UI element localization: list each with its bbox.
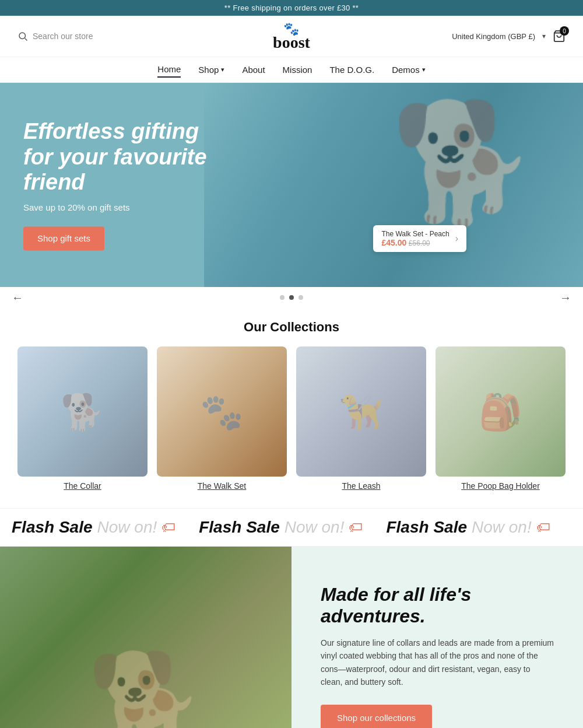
logo-name: boost: [273, 33, 310, 51]
header: Search our store 🐾 boost United Kingdom …: [0, 16, 583, 57]
collection-img-walkset: [157, 346, 287, 477]
flash-sale-banner: Flash Sale Now on! 🏷 Flash Sale Now on! …: [0, 508, 583, 547]
collection-label-poopbag[interactable]: The Poop Bag Holder: [461, 481, 540, 491]
collection-label-leash[interactable]: The Leash: [342, 481, 380, 491]
adventures-title: Made for all life's adventures.: [321, 584, 554, 627]
collection-label-walkset[interactable]: The Walk Set: [198, 481, 247, 491]
collection-item-leash[interactable]: The Leash: [296, 346, 426, 491]
adventures-section: Made for all life's adventures. Our sign…: [0, 547, 583, 728]
carousel-dot-1[interactable]: [280, 295, 285, 300]
banner-text: ** Free shipping on orders over £30 **: [224, 4, 359, 12]
hero-dog-image: [204, 83, 583, 287]
flash-sale-bold-3: Flash Sale: [386, 518, 467, 537]
demos-chevron-icon: ▾: [422, 66, 426, 74]
hero-content: Effortless gifting for your favourite fr…: [23, 119, 227, 250]
region-selector[interactable]: United Kingdom (GBP £): [452, 32, 535, 41]
adventures-image: [0, 547, 292, 728]
carousel-dots: [280, 295, 303, 300]
adventures-text: Our signature line of collars and leads …: [321, 636, 554, 689]
svg-line-1: [25, 38, 27, 41]
header-search-area: Search our store: [17, 31, 200, 41]
flash-sale-light-3: Now on!: [472, 518, 532, 537]
cart-badge: 0: [560, 26, 569, 36]
nav-item-home[interactable]: Home: [157, 64, 181, 78]
chevron-down-icon: ▾: [542, 32, 546, 40]
collections-section: Our Collections The Collar The Walk Set …: [0, 308, 583, 508]
flash-sale-item-2: Flash Sale Now on! 🏷: [187, 518, 374, 537]
collection-label-collar[interactable]: The Collar: [64, 481, 101, 491]
hero-product-card[interactable]: The Walk Set - Peach £45.00 £56.00 ›: [373, 225, 466, 252]
cart-button[interactable]: 0: [553, 30, 566, 43]
collections-grid: The Collar The Walk Set The Leash The Po…: [17, 346, 566, 491]
hero-section: Effortless gifting for your favourite fr…: [0, 83, 583, 287]
hero-product-name: The Walk Set - Peach: [381, 230, 449, 238]
nav-item-about[interactable]: About: [242, 64, 265, 78]
hero-product-info: The Walk Set - Peach £45.00 £56.00: [381, 230, 449, 247]
hero-product-price-old: £56.00: [409, 239, 430, 247]
hero-product-price-new: £45.00: [381, 238, 406, 247]
collection-item-poopbag[interactable]: The Poop Bag Holder: [436, 346, 566, 491]
shop-chevron-icon: ▾: [221, 66, 224, 74]
adventures-content: Made for all life's adventures. Our sign…: [292, 547, 583, 728]
header-right-area: United Kingdom (GBP £) ▾ 0: [383, 30, 566, 43]
logo-area[interactable]: 🐾 boost: [200, 22, 382, 51]
carousel-dot-2[interactable]: [289, 295, 294, 300]
flash-sale-tag-icon-2: 🏷: [349, 519, 363, 536]
collection-item-collar[interactable]: The Collar: [17, 346, 147, 491]
flash-sale-item-3: Flash Sale Now on! 🏷: [374, 518, 561, 537]
shop-gift-sets-button[interactable]: Shop gift sets: [23, 227, 104, 251]
hero-subtitle: Save up to 20% on gift sets: [23, 203, 227, 213]
product-card-arrow-icon: ›: [455, 233, 458, 244]
shop-collections-button[interactable]: Shop our collections: [321, 705, 432, 728]
search-label[interactable]: Search our store: [33, 32, 93, 41]
nav-item-demos[interactable]: Demos ▾: [392, 64, 426, 78]
collection-item-walkset[interactable]: The Walk Set: [157, 346, 287, 491]
flash-sale-inner: Flash Sale Now on! 🏷 Flash Sale Now on! …: [0, 518, 562, 537]
flash-sale-bold-2: Flash Sale: [199, 518, 280, 537]
nav-item-mission[interactable]: Mission: [283, 64, 312, 78]
flash-sale-tag-icon-3: 🏷: [536, 519, 550, 536]
collection-img-leash: [296, 346, 426, 477]
carousel-next-button[interactable]: →: [560, 291, 571, 304]
flash-sale-light-1: Now on!: [97, 518, 157, 537]
collections-title: Our Collections: [17, 320, 566, 335]
carousel-controls: ← →: [0, 287, 583, 308]
nav-item-shop[interactable]: Shop ▾: [198, 64, 224, 78]
top-banner: ** Free shipping on orders over £30 **: [0, 0, 583, 16]
hero-title: Effortless gifting for your favourite fr…: [23, 119, 227, 195]
flash-sale-item-1: Flash Sale Now on! 🏷: [0, 518, 187, 537]
collection-img-poopbag: [436, 346, 566, 477]
carousel-prev-button[interactable]: ←: [12, 291, 23, 304]
carousel-dot-3[interactable]: [298, 295, 303, 300]
nav-item-dog[interactable]: The D.O.G.: [329, 64, 374, 78]
collection-img-collar: [17, 346, 147, 477]
search-icon: [17, 31, 28, 41]
hero-image: [204, 83, 583, 287]
hero-product-pricing: £45.00 £56.00: [381, 238, 449, 247]
flash-sale-bold-1: Flash Sale: [12, 518, 93, 537]
flash-sale-light-2: Now on!: [285, 518, 345, 537]
flash-sale-tag-icon-1: 🏷: [161, 519, 175, 536]
main-nav: Home Shop ▾ About Mission The D.O.G. Dem…: [0, 57, 583, 83]
svg-point-0: [19, 33, 26, 39]
